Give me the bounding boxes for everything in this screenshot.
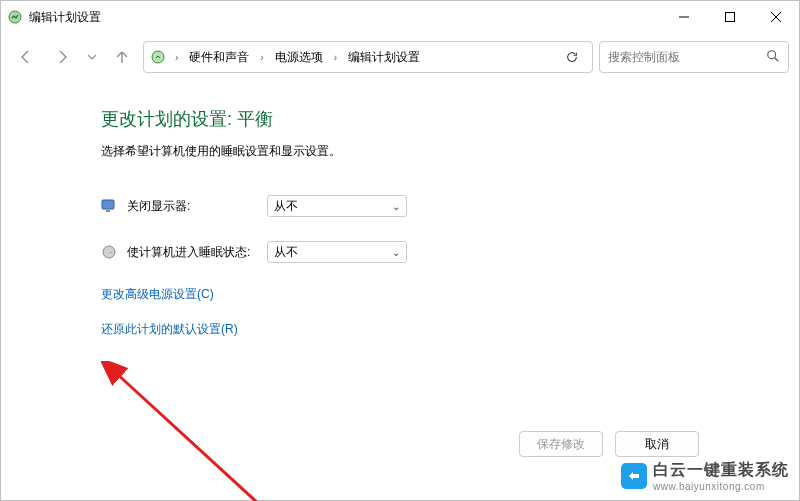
maximize-button[interactable] xyxy=(707,1,753,33)
watermark-logo-icon xyxy=(621,463,647,489)
restore-defaults-link[interactable]: 还原此计划的默认设置(R) xyxy=(101,321,699,338)
monitor-icon xyxy=(101,198,117,214)
recent-button[interactable] xyxy=(83,42,101,72)
window-title: 编辑计划设置 xyxy=(29,9,101,26)
search-input[interactable] xyxy=(608,50,766,64)
sleep-icon xyxy=(101,244,117,260)
breadcrumb-item[interactable]: 编辑计划设置 xyxy=(344,47,424,68)
breadcrumb[interactable]: › 硬件和声音 › 电源选项 › 编辑计划设置 xyxy=(143,41,593,73)
page-title: 更改计划的设置: 平衡 xyxy=(101,107,699,131)
watermark: 白云一键重装系统 www.baiyunxitong.com xyxy=(621,460,789,492)
svg-rect-2 xyxy=(726,13,735,22)
titlebar: 编辑计划设置 xyxy=(1,1,799,33)
sleep-dropdown[interactable]: 从不 ⌄ xyxy=(267,241,407,263)
chevron-down-icon: ⌄ xyxy=(392,247,400,258)
cancel-button[interactable]: 取消 xyxy=(615,431,699,457)
setting-row-sleep: 使计算机进入睡眠状态: 从不 ⌄ xyxy=(101,238,699,266)
svg-point-6 xyxy=(768,50,776,58)
dropdown-value: 从不 xyxy=(274,198,298,215)
svg-point-5 xyxy=(152,51,164,63)
setting-label: 关闭显示器: xyxy=(127,198,267,215)
save-button[interactable]: 保存修改 xyxy=(519,431,603,457)
search-box[interactable] xyxy=(599,41,789,73)
refresh-button[interactable] xyxy=(558,43,586,71)
display-off-dropdown[interactable]: 从不 ⌄ xyxy=(267,195,407,217)
nav-row: › 硬件和声音 › 电源选项 › 编辑计划设置 xyxy=(1,33,799,81)
app-icon xyxy=(7,9,23,25)
search-icon[interactable] xyxy=(766,49,780,66)
breadcrumb-item[interactable]: 电源选项 xyxy=(271,47,327,68)
chevron-down-icon: ⌄ xyxy=(392,201,400,212)
svg-line-7 xyxy=(775,57,779,61)
button-row: 保存修改 取消 xyxy=(519,431,699,457)
page-subtitle: 选择希望计算机使用的睡眠设置和显示设置。 xyxy=(101,143,699,160)
setting-label: 使计算机进入睡眠状态: xyxy=(127,244,267,261)
content-area: 更改计划的设置: 平衡 选择希望计算机使用的睡眠设置和显示设置。 关闭显示器: … xyxy=(1,81,799,500)
svg-line-11 xyxy=(116,373,321,501)
svg-rect-8 xyxy=(102,200,114,209)
chevron-right-icon: › xyxy=(172,52,181,63)
breadcrumb-item[interactable]: 硬件和声音 xyxy=(185,47,253,68)
up-button[interactable] xyxy=(107,42,137,72)
advanced-power-settings-link[interactable]: 更改高级电源设置(C) xyxy=(101,286,699,303)
annotation-arrow xyxy=(101,361,361,501)
breadcrumb-icon xyxy=(150,49,166,65)
settings-block: 关闭显示器: 从不 ⌄ 使计算机进入睡眠状态: 从不 ⌄ xyxy=(101,192,699,266)
back-button[interactable] xyxy=(11,42,41,72)
chevron-right-icon: › xyxy=(331,52,340,63)
close-button[interactable] xyxy=(753,1,799,33)
forward-button[interactable] xyxy=(47,42,77,72)
watermark-text: 白云一键重装系统 xyxy=(653,460,789,481)
setting-row-display: 关闭显示器: 从不 ⌄ xyxy=(101,192,699,220)
svg-rect-9 xyxy=(106,210,110,212)
window: 编辑计划设置 xyxy=(0,0,800,501)
link-block: 更改高级电源设置(C) 还原此计划的默认设置(R) xyxy=(101,286,699,338)
watermark-url: www.baiyunxitong.com xyxy=(653,481,789,492)
minimize-button[interactable] xyxy=(661,1,707,33)
chevron-right-icon: › xyxy=(257,52,266,63)
dropdown-value: 从不 xyxy=(274,244,298,261)
